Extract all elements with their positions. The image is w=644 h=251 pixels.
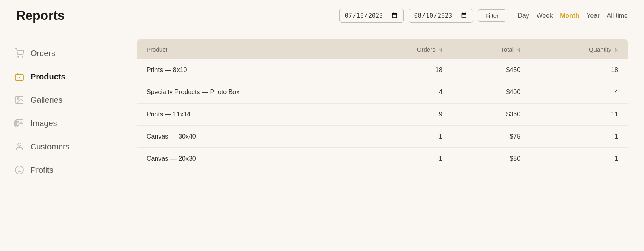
content-area: Product Orders ⇅ Total ⇅ Quantity ⇅ [121,31,644,251]
sidebar-item-images[interactable]: Images [8,114,113,133]
svg-point-8 [17,121,19,122]
sidebar-label-orders: Orders [31,49,55,58]
start-date-input[interactable] [339,9,404,23]
sidebar-label-galleries: Galleries [31,95,62,105]
products-icon [14,72,24,81]
sidebar-item-galleries[interactable]: Galleries [8,90,113,110]
sidebar-item-profits[interactable]: Profits [8,160,113,180]
sidebar-label-customers: Customers [31,142,70,151]
sidebar-label-products: Products [31,72,66,81]
time-filters: Day Week Month Year All time [518,12,628,19]
header-controls: Filter Day Week Month Year All time [339,9,628,23]
svg-point-10 [18,143,21,146]
cell-product: Prints — 8x10 [137,59,362,81]
table-row: Prints — 8x1018$45018 [137,59,628,81]
col-header-total[interactable]: Total ⇅ [452,39,530,59]
galleries-icon [14,95,24,105]
cell-product: Canvas — 20x30 [137,148,362,170]
col-header-product[interactable]: Product [137,39,362,59]
sort-quantity-icon: ⇅ [615,48,618,53]
sidebar-item-products[interactable]: Products [8,67,113,86]
cell-total: $75 [452,126,530,148]
cell-total: $360 [452,104,530,126]
filter-button[interactable]: Filter [478,9,506,22]
time-filter-year[interactable]: Year [586,12,599,19]
images-icon [14,118,24,128]
sidebar-label-images: Images [31,119,57,128]
cell-quantity: 18 [530,59,628,81]
cell-product: Prints — 11x14 [137,104,362,126]
svg-point-0 [18,56,19,57]
cell-total: $400 [452,81,530,104]
cell-orders: 18 [362,59,452,81]
cell-total: $50 [452,148,530,170]
table-row: Specialty Products — Photo Box4$4004 [137,81,628,104]
cell-orders: 9 [362,104,452,126]
cell-quantity: 1 [530,126,628,148]
end-date-input[interactable] [409,9,473,23]
page-title: Reports [16,8,65,23]
svg-point-6 [17,98,19,99]
time-filter-month[interactable]: Month [560,12,579,19]
table-row: Canvas — 30x401$751 [137,126,628,148]
col-header-orders[interactable]: Orders ⇅ [362,39,452,59]
cell-quantity: 4 [530,81,628,104]
table-row: Prints — 11x149$36011 [137,104,628,126]
cell-quantity: 1 [530,148,628,170]
cell-total: $450 [452,59,530,81]
cart-icon [14,48,24,58]
time-filter-week[interactable]: Week [537,12,553,19]
time-filter-day[interactable]: Day [518,12,529,19]
sidebar-item-orders[interactable]: Orders [8,44,113,63]
cell-quantity: 11 [530,104,628,126]
sidebar: Orders Products [0,31,121,251]
profits-icon [14,165,24,175]
svg-point-1 [22,56,23,57]
main-layout: Orders Products [0,31,644,251]
time-filter-all-time[interactable]: All time [607,12,628,19]
sidebar-label-profits: Profits [31,166,54,175]
customers-icon [14,142,24,151]
header: Reports Filter Day Week Month Year All t… [0,0,644,31]
cell-orders: 1 [362,126,452,148]
cell-orders: 4 [362,81,452,104]
table-header-row: Product Orders ⇅ Total ⇅ Quantity ⇅ [137,39,628,59]
products-table: Product Orders ⇅ Total ⇅ Quantity ⇅ [137,39,628,170]
col-header-quantity[interactable]: Quantity ⇅ [530,39,628,59]
sort-total-icon: ⇅ [517,48,520,53]
table-row: Canvas — 20x301$501 [137,148,628,170]
sidebar-item-customers[interactable]: Customers [8,137,113,156]
cell-product: Specialty Products — Photo Box [137,81,362,104]
cell-product: Canvas — 30x40 [137,126,362,148]
sort-orders-icon: ⇅ [439,48,442,53]
cell-orders: 1 [362,148,452,170]
